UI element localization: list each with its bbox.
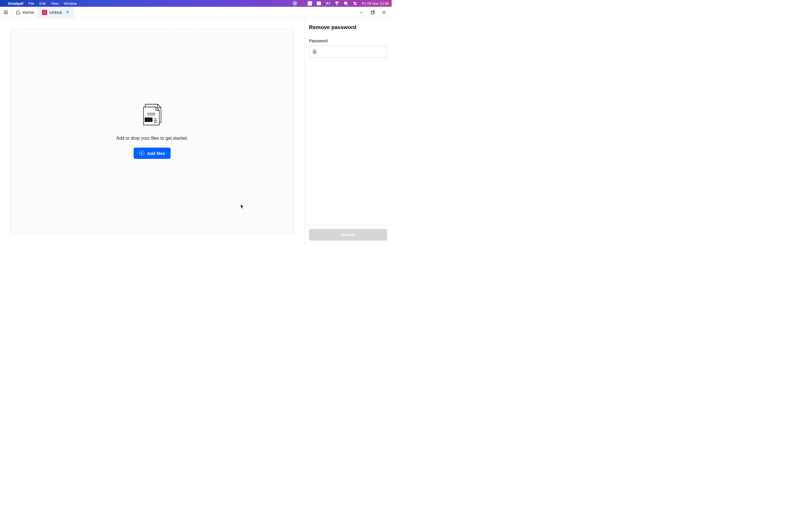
menubar-edit[interactable]: Edit	[40, 1, 46, 6]
tab-unlock[interactable]: Unlock ✕	[38, 7, 73, 18]
svg-rect-21	[44, 12, 45, 13]
window-minimize-button[interactable]	[359, 10, 363, 14]
svg-text:PDF: PDF	[146, 118, 152, 121]
password-input[interactable]	[319, 49, 384, 54]
status-indicator-icon[interactable]: ∥	[302, 1, 303, 6]
window-maximize-button[interactable]	[371, 10, 375, 14]
record-icon[interactable]	[293, 1, 297, 6]
password-input-wrap[interactable]	[309, 45, 387, 58]
file-dropzone[interactable]: PDF Add or drop your files to get starte…	[11, 29, 294, 234]
tab-home[interactable]: Home	[12, 7, 38, 18]
menubar-datetime[interactable]: Fri 26 Nov 13:56	[362, 1, 389, 6]
panel-title: Remove password	[309, 24, 387, 31]
hamburger-menu[interactable]	[0, 7, 12, 18]
svg-point-17	[355, 4, 356, 5]
tab-close-icon[interactable]: ✕	[66, 10, 69, 15]
unlock-button[interactable]: Unlock	[309, 229, 387, 240]
dropzone-message: Add or drop your files to get started.	[116, 136, 188, 141]
app-toolbar: Home Unlock ✕	[0, 7, 392, 18]
control-center-icon[interactable]	[353, 1, 357, 6]
svg-point-15	[354, 2, 355, 3]
battery-icon[interactable]	[326, 1, 330, 6]
plus-circle-icon: +	[139, 151, 144, 156]
add-files-button[interactable]: + Add files	[134, 148, 170, 159]
home-icon	[16, 10, 20, 15]
password-field-label: Password	[309, 38, 387, 43]
tab-unlock-label: Unlock	[49, 10, 62, 15]
svg-line-13	[347, 4, 348, 5]
svg-point-36	[314, 52, 315, 53]
svg-text:A: A	[318, 2, 320, 5]
menubar-window[interactable]: Window	[64, 1, 77, 6]
lock-icon	[312, 49, 317, 54]
search-icon[interactable]	[344, 1, 348, 6]
svg-point-12	[344, 2, 347, 4]
svg-point-11	[337, 4, 337, 5]
svg-rect-2	[308, 1, 312, 5]
tab-home-label: Home	[22, 10, 34, 15]
right-panel: Remove password Password Unlock	[304, 18, 392, 244]
svg-rect-24	[371, 11, 374, 14]
pdf-document-icon: PDF	[141, 104, 163, 129]
window-close-button[interactable]	[382, 10, 386, 14]
wifi-icon[interactable]	[335, 1, 339, 6]
add-files-label: Add files	[147, 151, 165, 156]
svg-rect-10	[329, 3, 330, 4]
svg-rect-1	[294, 3, 296, 4]
unlock-tab-icon	[42, 10, 47, 15]
macos-menubar: Smallpdf File Edit View Window ∥ A Fri 2…	[0, 0, 392, 7]
menubar-app-name[interactable]: Smallpdf	[8, 1, 23, 6]
menubar-file[interactable]: File	[29, 1, 35, 6]
menubar-view[interactable]: View	[51, 1, 59, 6]
grid-icon[interactable]	[308, 1, 312, 6]
keyboard-input-icon[interactable]: A	[317, 1, 321, 6]
